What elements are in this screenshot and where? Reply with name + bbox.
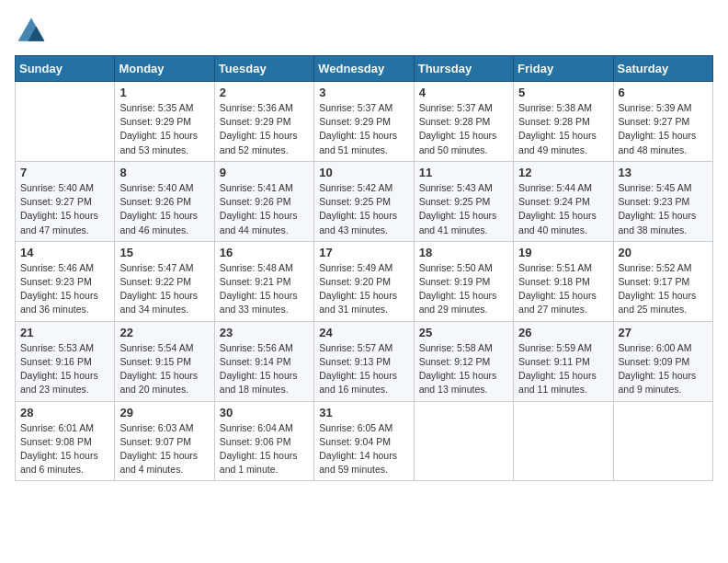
calendar-cell: 23Sunrise: 5:56 AM Sunset: 9:14 PM Dayli… bbox=[214, 321, 313, 401]
day-info: Sunrise: 5:35 AM Sunset: 9:29 PM Dayligh… bbox=[119, 101, 209, 157]
day-info: Sunrise: 5:39 AM Sunset: 9:27 PM Dayligh… bbox=[619, 101, 708, 157]
day-info: Sunrise: 6:05 AM Sunset: 9:04 PM Dayligh… bbox=[319, 421, 408, 477]
calendar-cell: 27Sunrise: 6:00 AM Sunset: 9:09 PM Dayli… bbox=[613, 321, 712, 401]
day-info: Sunrise: 5:37 AM Sunset: 9:28 PM Dayligh… bbox=[419, 101, 508, 157]
day-number: 14 bbox=[20, 246, 109, 259]
calendar-cell: 22Sunrise: 5:54 AM Sunset: 9:15 PM Dayli… bbox=[115, 321, 214, 401]
calendar-cell: 31Sunrise: 6:05 AM Sunset: 9:04 PM Dayli… bbox=[314, 401, 414, 481]
day-number: 15 bbox=[119, 246, 209, 259]
calendar-week-row: 28Sunrise: 6:01 AM Sunset: 9:08 PM Dayli… bbox=[16, 401, 713, 481]
calendar-week-row: 1Sunrise: 5:35 AM Sunset: 9:29 PM Daylig… bbox=[16, 82, 713, 162]
day-info: Sunrise: 5:54 AM Sunset: 9:15 PM Dayligh… bbox=[119, 341, 209, 397]
calendar-cell: 26Sunrise: 5:59 AM Sunset: 9:11 PM Dayli… bbox=[514, 321, 613, 401]
day-info: Sunrise: 5:53 AM Sunset: 9:16 PM Dayligh… bbox=[20, 341, 109, 397]
day-info: Sunrise: 5:47 AM Sunset: 9:22 PM Dayligh… bbox=[119, 261, 209, 317]
day-number: 8 bbox=[119, 166, 209, 179]
calendar-cell: 16Sunrise: 5:48 AM Sunset: 9:21 PM Dayli… bbox=[214, 241, 313, 321]
calendar-cell: 21Sunrise: 5:53 AM Sunset: 9:16 PM Dayli… bbox=[16, 321, 115, 401]
calendar-cell: 14Sunrise: 5:46 AM Sunset: 9:23 PM Dayli… bbox=[16, 241, 115, 321]
calendar-cell: 6Sunrise: 5:39 AM Sunset: 9:27 PM Daylig… bbox=[613, 82, 712, 162]
day-info: Sunrise: 5:52 AM Sunset: 9:17 PM Dayligh… bbox=[619, 261, 708, 317]
calendar-cell: 3Sunrise: 5:37 AM Sunset: 9:29 PM Daylig… bbox=[314, 82, 414, 162]
day-info: Sunrise: 5:49 AM Sunset: 9:20 PM Dayligh… bbox=[319, 261, 408, 317]
calendar-cell: 17Sunrise: 5:49 AM Sunset: 9:20 PM Dayli… bbox=[314, 241, 414, 321]
calendar-cell: 28Sunrise: 6:01 AM Sunset: 9:08 PM Dayli… bbox=[16, 401, 115, 481]
calendar-cell: 10Sunrise: 5:42 AM Sunset: 9:25 PM Dayli… bbox=[314, 161, 414, 241]
day-header-monday: Monday bbox=[115, 56, 214, 82]
page-header bbox=[15, 15, 713, 48]
calendar-cell: 13Sunrise: 5:45 AM Sunset: 9:23 PM Dayli… bbox=[613, 161, 712, 241]
calendar-cell bbox=[613, 401, 712, 481]
day-number: 17 bbox=[319, 246, 408, 259]
day-number: 16 bbox=[220, 246, 309, 259]
day-number: 2 bbox=[220, 86, 309, 99]
day-info: Sunrise: 5:40 AM Sunset: 9:27 PM Dayligh… bbox=[20, 181, 109, 237]
day-header-tuesday: Tuesday bbox=[214, 56, 313, 82]
day-header-wednesday: Wednesday bbox=[314, 56, 414, 82]
day-number: 19 bbox=[518, 246, 608, 259]
day-number: 20 bbox=[619, 246, 708, 259]
day-info: Sunrise: 6:00 AM Sunset: 9:09 PM Dayligh… bbox=[619, 341, 708, 397]
day-info: Sunrise: 5:58 AM Sunset: 9:12 PM Dayligh… bbox=[419, 341, 508, 397]
day-number: 21 bbox=[20, 326, 109, 339]
calendar-cell: 29Sunrise: 6:03 AM Sunset: 9:07 PM Dayli… bbox=[115, 401, 214, 481]
day-number: 7 bbox=[20, 166, 109, 179]
day-number: 23 bbox=[220, 326, 309, 339]
day-number: 22 bbox=[119, 326, 209, 339]
day-info: Sunrise: 5:45 AM Sunset: 9:23 PM Dayligh… bbox=[619, 181, 708, 237]
calendar-cell: 7Sunrise: 5:40 AM Sunset: 9:27 PM Daylig… bbox=[16, 161, 115, 241]
day-number: 6 bbox=[619, 86, 708, 99]
day-info: Sunrise: 5:57 AM Sunset: 9:13 PM Dayligh… bbox=[319, 341, 408, 397]
day-number: 13 bbox=[619, 166, 708, 179]
day-number: 3 bbox=[319, 86, 408, 99]
day-number: 27 bbox=[619, 326, 708, 339]
day-number: 30 bbox=[220, 406, 309, 419]
calendar-cell: 30Sunrise: 6:04 AM Sunset: 9:06 PM Dayli… bbox=[214, 401, 313, 481]
day-info: Sunrise: 5:59 AM Sunset: 9:11 PM Dayligh… bbox=[518, 341, 608, 397]
calendar-cell: 24Sunrise: 5:57 AM Sunset: 9:13 PM Dayli… bbox=[314, 321, 414, 401]
day-info: Sunrise: 5:51 AM Sunset: 9:18 PM Dayligh… bbox=[518, 261, 608, 317]
calendar-cell: 8Sunrise: 5:40 AM Sunset: 9:26 PM Daylig… bbox=[115, 161, 214, 241]
logo bbox=[15, 15, 51, 48]
calendar-week-row: 21Sunrise: 5:53 AM Sunset: 9:16 PM Dayli… bbox=[16, 321, 713, 401]
calendar-cell: 20Sunrise: 5:52 AM Sunset: 9:17 PM Dayli… bbox=[613, 241, 712, 321]
day-info: Sunrise: 5:44 AM Sunset: 9:24 PM Dayligh… bbox=[518, 181, 608, 237]
day-number: 28 bbox=[20, 406, 109, 419]
day-info: Sunrise: 6:01 AM Sunset: 9:08 PM Dayligh… bbox=[20, 421, 109, 477]
day-info: Sunrise: 5:43 AM Sunset: 9:25 PM Dayligh… bbox=[419, 181, 508, 237]
day-info: Sunrise: 5:50 AM Sunset: 9:19 PM Dayligh… bbox=[419, 261, 508, 317]
day-header-sunday: Sunday bbox=[16, 56, 115, 82]
day-number: 25 bbox=[419, 326, 508, 339]
calendar-week-row: 7Sunrise: 5:40 AM Sunset: 9:27 PM Daylig… bbox=[16, 161, 713, 241]
calendar-week-row: 14Sunrise: 5:46 AM Sunset: 9:23 PM Dayli… bbox=[16, 241, 713, 321]
day-info: Sunrise: 5:48 AM Sunset: 9:21 PM Dayligh… bbox=[220, 261, 309, 317]
calendar-cell: 2Sunrise: 5:36 AM Sunset: 9:29 PM Daylig… bbox=[214, 82, 313, 162]
day-header-saturday: Saturday bbox=[613, 56, 712, 82]
calendar-table: SundayMondayTuesdayWednesdayThursdayFrid… bbox=[15, 55, 713, 481]
calendar-cell: 25Sunrise: 5:58 AM Sunset: 9:12 PM Dayli… bbox=[414, 321, 513, 401]
day-number: 9 bbox=[220, 166, 309, 179]
calendar-cell: 18Sunrise: 5:50 AM Sunset: 9:19 PM Dayli… bbox=[414, 241, 513, 321]
day-number: 1 bbox=[119, 86, 209, 99]
calendar-cell: 5Sunrise: 5:38 AM Sunset: 9:28 PM Daylig… bbox=[514, 82, 613, 162]
day-info: Sunrise: 5:40 AM Sunset: 9:26 PM Dayligh… bbox=[119, 181, 209, 237]
day-number: 5 bbox=[518, 86, 608, 99]
day-info: Sunrise: 5:41 AM Sunset: 9:26 PM Dayligh… bbox=[220, 181, 309, 237]
day-info: Sunrise: 6:03 AM Sunset: 9:07 PM Dayligh… bbox=[119, 421, 209, 477]
day-info: Sunrise: 6:04 AM Sunset: 9:06 PM Dayligh… bbox=[220, 421, 309, 477]
day-info: Sunrise: 5:56 AM Sunset: 9:14 PM Dayligh… bbox=[220, 341, 309, 397]
calendar-cell: 15Sunrise: 5:47 AM Sunset: 9:22 PM Dayli… bbox=[115, 241, 214, 321]
calendar-cell: 12Sunrise: 5:44 AM Sunset: 9:24 PM Dayli… bbox=[514, 161, 613, 241]
calendar-cell bbox=[16, 82, 115, 162]
day-info: Sunrise: 5:37 AM Sunset: 9:29 PM Dayligh… bbox=[319, 101, 408, 157]
day-number: 29 bbox=[119, 406, 209, 419]
day-header-friday: Friday bbox=[514, 56, 613, 82]
day-number: 24 bbox=[319, 326, 408, 339]
calendar-cell: 1Sunrise: 5:35 AM Sunset: 9:29 PM Daylig… bbox=[115, 82, 214, 162]
calendar-cell: 4Sunrise: 5:37 AM Sunset: 9:28 PM Daylig… bbox=[414, 82, 513, 162]
day-info: Sunrise: 5:36 AM Sunset: 9:29 PM Dayligh… bbox=[220, 101, 309, 157]
day-number: 11 bbox=[419, 166, 508, 179]
logo-icon bbox=[15, 15, 48, 48]
calendar-header-row: SundayMondayTuesdayWednesdayThursdayFrid… bbox=[16, 56, 713, 82]
day-number: 10 bbox=[319, 166, 408, 179]
